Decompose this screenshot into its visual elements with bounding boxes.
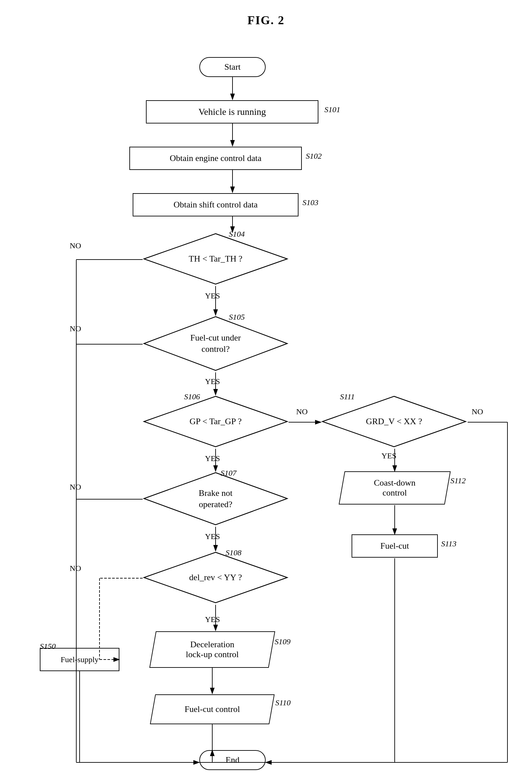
flowchart: Start Vehicle is running S101 Obtain eng… xyxy=(0,27,532,780)
s109-label: S109 xyxy=(275,637,290,646)
s112-label: S112 xyxy=(450,476,466,485)
s101-label: S101 xyxy=(324,105,340,114)
end-node: End xyxy=(199,750,266,770)
figure-title: FIG. 2 xyxy=(0,0,532,27)
s101-node: Vehicle is running xyxy=(146,100,318,124)
s109-node: Deceleration lock-up control xyxy=(153,631,272,668)
no-s108: NO xyxy=(70,564,81,573)
yes-s105: YES xyxy=(205,377,220,386)
s111-label: S111 xyxy=(340,392,355,401)
yes-s108: YES xyxy=(205,615,220,624)
s106-label: S106 xyxy=(184,392,200,401)
s110-node: Fuel-cut control xyxy=(153,694,272,724)
no-s111: NO xyxy=(472,407,483,416)
s105-label: S105 xyxy=(229,313,245,322)
yes-s104: YES xyxy=(205,291,220,300)
s103-label: S103 xyxy=(303,198,318,207)
yes-s111: YES xyxy=(381,451,396,460)
s108-node: del_rev < YY ? xyxy=(143,551,288,604)
s107-label: S107 xyxy=(221,469,236,478)
s105-node: Fuel-cut under control? xyxy=(143,315,288,372)
start-node: Start xyxy=(199,57,266,77)
no-s105: NO xyxy=(70,324,81,333)
s102-node: Obtain engine control data xyxy=(129,147,302,170)
yes-s107: YES xyxy=(205,532,220,541)
no-s107: NO xyxy=(70,483,81,492)
s102-label: S102 xyxy=(306,152,322,161)
s104-node: TH < Tar_TH ? xyxy=(143,232,288,285)
s111-node: GRD_V < XX ? xyxy=(321,395,467,448)
no-s106: NO xyxy=(296,407,308,416)
s150-label: S150 xyxy=(40,642,56,651)
s103-node: Obtain shift control data xyxy=(133,193,299,216)
s106-node: GP < Tar_GP ? xyxy=(143,395,288,448)
s113-label: S113 xyxy=(441,539,457,548)
s108-label: S108 xyxy=(225,548,242,557)
s112-node: Coast-down control xyxy=(341,471,448,504)
s150-node: Fuel-supply xyxy=(40,648,119,671)
s107-node: Brake not operated? xyxy=(143,471,288,526)
no-s104: NO xyxy=(70,241,81,250)
s113-node: Fuel-cut xyxy=(352,534,438,557)
s110-label: S110 xyxy=(275,698,290,707)
s104-label: S104 xyxy=(229,230,245,239)
yes-s106: YES xyxy=(205,454,220,463)
